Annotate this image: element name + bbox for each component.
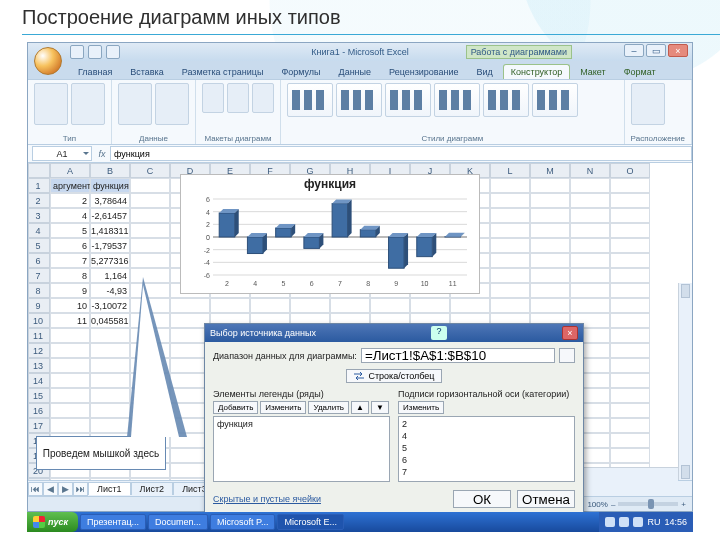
chart-layout-option[interactable] [227, 83, 249, 113]
series-up-icon[interactable]: ▲ [351, 401, 369, 414]
column-header[interactable]: L [490, 163, 530, 178]
list-item[interactable]: 7 [402, 466, 571, 478]
sheet-nav-next-icon[interactable]: ▶ [58, 482, 73, 496]
office-button[interactable] [34, 47, 62, 75]
list-item[interactable]: 6 [402, 454, 571, 466]
dialog-titlebar[interactable]: Выбор источника данных ? × [205, 324, 583, 342]
sheet-nav-first-icon[interactable]: ⏮ [28, 482, 43, 496]
chart-style-option[interactable] [434, 83, 480, 117]
series-add-button[interactable]: Добавить [213, 401, 258, 414]
chart-style-option[interactable] [483, 83, 529, 117]
ribbon-group-move: Расположение [625, 80, 692, 144]
column-header[interactable]: M [530, 163, 570, 178]
system-tray[interactable]: RU 14:56 [599, 512, 693, 532]
chart-layout-option[interactable] [202, 83, 224, 113]
taskbar-item[interactable]: Презентац... [80, 514, 146, 530]
taskbar-item[interactable]: Documen... [148, 514, 208, 530]
dialog-help-icon[interactable]: ? [431, 326, 447, 340]
tab-formulas[interactable]: Формулы [273, 64, 328, 79]
sheet-nav-prev-icon[interactable]: ◀ [43, 482, 58, 496]
formula-input[interactable] [110, 146, 692, 161]
close-button[interactable]: × [668, 44, 688, 57]
embedded-chart[interactable]: функция -6-4-2024624567891011 [180, 174, 480, 294]
range-picker-icon[interactable] [559, 348, 575, 363]
svg-text:10: 10 [421, 280, 429, 287]
tab-format[interactable]: Формат [616, 64, 664, 79]
svg-marker-33 [348, 200, 352, 237]
taskbar-item[interactable]: Microsoft E... [277, 514, 344, 530]
column-header[interactable] [28, 163, 50, 178]
qat-redo-icon[interactable] [106, 45, 120, 59]
column-header[interactable]: N [570, 163, 610, 178]
select-data-button[interactable] [155, 83, 189, 125]
clock[interactable]: 14:56 [664, 517, 687, 527]
series-edit-button[interactable]: Изменить [260, 401, 306, 414]
svg-marker-17 [235, 209, 239, 237]
chart-style-option[interactable] [287, 83, 333, 117]
chart-style-option[interactable] [336, 83, 382, 117]
maximize-button[interactable]: ▭ [646, 44, 666, 57]
ok-button[interactable]: ОК [453, 490, 511, 508]
sheet-nav-last-icon[interactable]: ⏭ [73, 482, 88, 496]
table-row[interactable]: 910-3,10072 [28, 298, 650, 313]
windows-taskbar: пуск Презентац... Documen... Microsoft P… [27, 512, 693, 532]
list-item[interactable]: 4 [402, 430, 571, 442]
sheet-tab-1[interactable]: Лист1 [88, 482, 131, 495]
move-chart-button[interactable] [631, 83, 665, 125]
taskbar-item[interactable]: Microsoft P... [210, 514, 275, 530]
svg-rect-35 [360, 230, 376, 237]
categories-header: Подписи горизонтальной оси (категории) [398, 389, 575, 399]
language-indicator[interactable]: RU [647, 517, 660, 527]
qat-save-icon[interactable] [70, 45, 84, 59]
tab-home[interactable]: Главная [70, 64, 120, 79]
chart-layout-option[interactable] [252, 83, 274, 113]
svg-text:4: 4 [206, 209, 210, 216]
hidden-cells-link[interactable]: Скрытые и пустые ячейки [213, 494, 321, 504]
column-header[interactable]: A [50, 163, 90, 178]
swap-row-col-button[interactable]: Строка/столбец [346, 369, 441, 383]
tab-review[interactable]: Рецензирование [381, 64, 467, 79]
column-header[interactable]: C [130, 163, 170, 178]
change-chart-type-button[interactable] [34, 83, 68, 125]
vertical-scrollbar[interactable] [678, 283, 692, 480]
quick-access-toolbar[interactable] [70, 45, 120, 59]
list-item[interactable]: 2 [402, 418, 571, 430]
dialog-close-button[interactable]: × [562, 326, 578, 340]
column-header[interactable]: O [610, 163, 650, 178]
svg-text:-2: -2 [204, 247, 210, 254]
list-item[interactable]: функция [217, 418, 386, 430]
window-titlebar: Книга1 - Microsoft Excel Работа с диагра… [28, 43, 692, 61]
save-template-button[interactable] [71, 83, 105, 125]
tab-layout[interactable]: Макет [572, 64, 613, 79]
tab-constructor[interactable]: Конструктор [503, 64, 570, 79]
chart-style-option[interactable] [385, 83, 431, 117]
series-down-icon[interactable]: ▼ [371, 401, 389, 414]
select-data-dialog: Выбор источника данных ? × Диапазон данн… [204, 323, 584, 517]
tray-icon[interactable] [619, 517, 629, 527]
fx-icon[interactable]: fx [94, 149, 110, 159]
tab-view[interactable]: Вид [469, 64, 501, 79]
chart-style-option[interactable] [532, 83, 578, 117]
sheet-tab-2[interactable]: Лист2 [131, 482, 174, 495]
tab-insert[interactable]: Вставка [122, 64, 171, 79]
qat-undo-icon[interactable] [88, 45, 102, 59]
ribbon-group-label: Расположение [631, 134, 685, 143]
cancel-button[interactable]: Отмена [517, 490, 575, 508]
tab-pagelayout[interactable]: Разметка страницы [174, 64, 272, 79]
series-delete-button[interactable]: Удалить [308, 401, 349, 414]
name-box[interactable]: A1 [32, 146, 92, 161]
column-header[interactable]: B [90, 163, 130, 178]
categories-edit-button[interactable]: Изменить [398, 401, 444, 414]
start-button[interactable]: пуск [27, 512, 78, 532]
categories-list[interactable]: 24567 [398, 416, 575, 482]
series-list[interactable]: функция [213, 416, 390, 482]
tab-data[interactable]: Данные [331, 64, 380, 79]
range-input[interactable] [361, 348, 555, 363]
minimize-button[interactable]: – [624, 44, 644, 57]
tray-icon[interactable] [633, 517, 643, 527]
tray-icon[interactable] [605, 517, 615, 527]
zoom-control[interactable]: 100% –+ [587, 500, 686, 509]
list-item[interactable]: 5 [402, 442, 571, 454]
switch-row-col-button[interactable] [118, 83, 152, 125]
zoom-value: 100% [587, 500, 607, 509]
